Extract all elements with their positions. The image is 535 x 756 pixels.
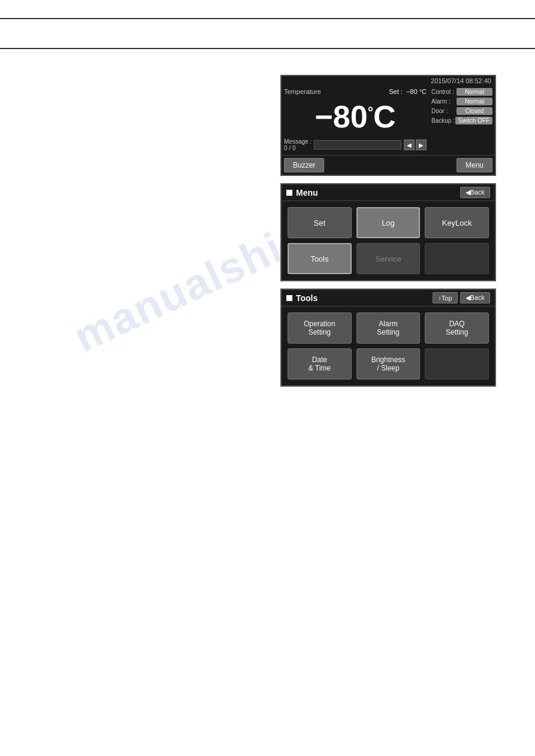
alarm-setting-button[interactable]: Alarm Setting (356, 312, 421, 344)
tools-top-button[interactable]: ↑Top (433, 292, 457, 303)
door-value: Closed (457, 107, 492, 115)
screen1-body: Temperature Set : −80 °C −80°C Message :… (282, 86, 495, 155)
daq-setting-button[interactable]: DAQ Setting (425, 312, 489, 344)
set-button[interactable]: Set (288, 207, 352, 238)
top-border-line (0, 18, 535, 19)
message-box (314, 140, 401, 150)
tools-title-square (286, 295, 292, 301)
operation-setting-button[interactable]: Operation Setting (288, 312, 352, 344)
tools-grid: Operation Setting Alarm Setting DAQ Sett… (282, 306, 495, 385)
alarm-label: Alarm : (431, 98, 451, 105)
backup-status-row: Backup : Switch OFF (431, 117, 492, 125)
screen1-left-panel: Temperature Set : −80 °C −80°C Message :… (282, 86, 429, 155)
brightness-sleep-button[interactable]: Brightness / Sleep (356, 348, 421, 379)
screen1-temperature-display: 2015/07/14 08:52:40 Temperature Set : −8… (280, 75, 496, 176)
screen3-tools: Tools ↑Top ◀Back Operation Setting Alarm… (280, 289, 496, 387)
menu-title-square (286, 190, 292, 196)
set-label: Set : (389, 88, 403, 95)
service-button[interactable]: Service (356, 243, 421, 274)
menu-empty-slot (425, 243, 489, 274)
screen2-menu: Menu ◀Back Set Log KeyLock Tools Service (280, 183, 496, 281)
control-status-row: Control : Normal (431, 88, 492, 96)
alarm-value: Normal (457, 98, 492, 105)
buzzer-button[interactable]: Buzzer (284, 158, 324, 172)
screen1-footer: Buzzer Menu (282, 155, 495, 175)
next-message-button[interactable]: ▶ (416, 139, 427, 150)
backup-value: Switch OFF (455, 117, 492, 125)
menu-back-button[interactable]: ◀Back (460, 187, 490, 198)
control-label: Control : (431, 89, 454, 95)
message-label: Message : 0 / 0 (284, 138, 312, 151)
tools-title: Tools (286, 293, 318, 303)
tools-nav-buttons: ↑Top ◀Back (433, 292, 490, 303)
keylock-button[interactable]: KeyLock (425, 207, 489, 238)
door-status-row: Door : Closed (431, 107, 492, 115)
temp-label-row: Temperature Set : −80 °C (284, 88, 427, 95)
tools-back-button[interactable]: ◀Back (460, 292, 490, 303)
backup-label: Backup : (431, 117, 455, 124)
temperature-label: Temperature (284, 88, 321, 95)
menu-title-bar: Menu ◀Back (282, 184, 495, 201)
tools-button[interactable]: Tools (288, 243, 352, 274)
screen1-right-panel: Control : Normal Alarm : Normal Door : C… (429, 86, 495, 155)
menu-title: Menu (286, 188, 318, 198)
log-button[interactable]: Log (356, 207, 421, 238)
set-temp-value: Set : −80 °C (389, 88, 427, 95)
control-value: Normal (457, 88, 492, 96)
tools-empty-slot (425, 348, 489, 379)
tools-title-bar: Tools ↑Top ◀Back (282, 290, 495, 306)
door-label: Door : (431, 108, 448, 114)
menu-grid: Set Log KeyLock Tools Service (282, 201, 495, 280)
prev-message-button[interactable]: ◀ (404, 139, 415, 150)
secondary-border-line (0, 48, 535, 49)
date-time-button[interactable]: Date & Time (288, 348, 352, 379)
panel-container: 2015/07/14 08:52:40 Temperature Set : −8… (280, 75, 496, 387)
menu-button[interactable]: Menu (457, 158, 492, 172)
big-temperature-display: −80°C (284, 96, 427, 137)
datetime-header: 2015/07/14 08:52:40 (282, 76, 495, 86)
message-row: Message : 0 / 0 ◀ ▶ (284, 137, 427, 153)
alarm-status-row: Alarm : Normal (431, 98, 492, 105)
datetime-text: 2015/07/14 08:52:40 (431, 77, 491, 84)
message-arrows: ◀ ▶ (404, 139, 427, 150)
